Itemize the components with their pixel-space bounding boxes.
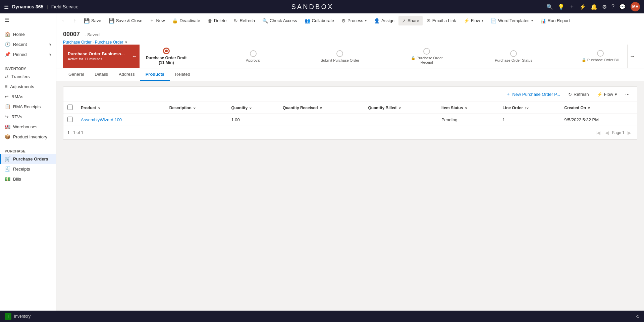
new-purchase-order-button[interactable]: ＋ New Purchase Order P... [502, 89, 564, 99]
receipts-icon: 🧾 [5, 166, 10, 172]
product-link[interactable]: AssemblyWizard 100 [81, 117, 122, 122]
sidebar-item-adjustments[interactable]: ≡ Adjustments [0, 81, 56, 91]
sidebar-item-purchase-orders[interactable]: 🛒 Purchase Orders [0, 154, 56, 164]
process-stage-0[interactable]: Purchase Order Draft (11 Min) [143, 48, 190, 65]
sidebar-item-label: Recent [13, 42, 27, 47]
col-description[interactable]: Description ∨ [165, 102, 227, 114]
avatar[interactable]: MH [631, 2, 640, 11]
select-all-header[interactable] [63, 102, 77, 114]
flow-button[interactable]: ⚡ Flow ▾ [460, 16, 487, 25]
refresh-label: Refresh [239, 18, 255, 23]
share-label: Share [408, 18, 419, 23]
cell-line-order: 1 [498, 114, 560, 126]
product-inventory-icon: 📦 [5, 134, 10, 139]
save-button[interactable]: 💾 Save [80, 16, 105, 25]
expand-icon[interactable]: ◇ [636, 314, 639, 319]
breadcrumb-link-2[interactable]: Purchase Order [95, 40, 123, 45]
refresh-button[interactable]: ↻ Refresh [230, 16, 258, 25]
col-item-status[interactable]: Item Status ∨ [437, 102, 498, 114]
run-report-icon: 📊 [540, 18, 546, 23]
tab-details[interactable]: Details [89, 68, 113, 81]
save-close-button[interactable]: 💾 Save & Close [105, 16, 146, 25]
process-stage-5[interactable]: 🔒 Purchase Order Bill [577, 50, 624, 62]
sidebar-item-pinned[interactable]: 📌 Pinned ∨ [0, 49, 56, 59]
breadcrumb-link-1[interactable]: Purchase Order [63, 40, 92, 45]
sidebar-item-bills[interactable]: 💵 Bills [0, 174, 56, 184]
new-button[interactable]: ＋ New [146, 16, 168, 26]
col-quantity-received[interactable]: Quantity Received ∨ [279, 102, 364, 114]
process-forward-arrow[interactable]: → [627, 45, 637, 68]
next-page-button[interactable]: ▶ [626, 129, 633, 136]
tab-address[interactable]: Address [113, 68, 140, 81]
process-stage-3[interactable]: 🔒 Purchase Order Receipt [403, 48, 450, 64]
sidebar-item-recent[interactable]: 🕐 Recent ∨ [0, 39, 56, 49]
process-stages: Purchase Order Draft (11 Min) Approval S… [140, 48, 627, 65]
check-access-button[interactable]: 🔍 Check Access [259, 16, 301, 25]
first-page-button[interactable]: |◀ [594, 129, 602, 136]
plus-icon[interactable]: ＋ [569, 3, 575, 10]
run-report-button[interactable]: 📊 Run Report [537, 16, 573, 25]
panel-more-button[interactable]: ⋯ [622, 90, 633, 99]
col-line-order[interactable]: Line Order ↑∨ [498, 102, 560, 114]
sidebar-item-rmas[interactable]: ↩ RMAs [0, 91, 56, 102]
sidebar-item-label: RMAs [11, 94, 23, 99]
sidebar-item-receipts[interactable]: 🧾 Receipts [0, 164, 56, 174]
col-product[interactable]: Product ∨ [77, 102, 165, 114]
process-stage-4[interactable]: Purchase Order Status [490, 50, 537, 62]
stage-circle-3 [423, 48, 430, 55]
record-header: 00007 - Saved Purchase Order · Purchase … [56, 28, 644, 68]
bell-icon[interactable]: 🔔 [591, 4, 597, 10]
assign-label: Assign [381, 18, 394, 23]
pagination: 1 - 1 of 1 |◀ ◀ Page 1 ▶ [63, 126, 637, 139]
lightbulb-icon[interactable]: 💡 [558, 4, 565, 10]
process-button[interactable]: ⚙ Process ▾ [338, 16, 370, 25]
sidebar-item-product-inventory[interactable]: 📦 Product Inventory [0, 132, 56, 142]
prev-page-button[interactable]: ◀ [603, 129, 610, 136]
word-templates-button[interactable]: 📄 Word Templates ▾ [487, 16, 536, 25]
tab-general[interactable]: General [63, 68, 89, 81]
collaborate-button[interactable]: 👥 Collaborate [301, 16, 338, 25]
sidebar-item-rtvs[interactable]: ↪ RTVs [0, 112, 56, 122]
col-created-on[interactable]: Created On ∨ [560, 102, 637, 114]
cell-product[interactable]: AssemblyWizard 100 [77, 114, 165, 126]
back-button[interactable]: ← [59, 16, 69, 26]
filter-icon[interactable]: ⚡ [579, 4, 586, 10]
chat-icon[interactable]: 💬 [619, 4, 626, 10]
panel-flow-button[interactable]: ⚡ Flow ▾ [594, 90, 621, 99]
select-all-checkbox[interactable] [67, 105, 73, 110]
active-stage-box[interactable]: Purchase Order Business... Active for 11… [63, 45, 129, 68]
tab-products[interactable]: Products [140, 68, 170, 81]
tab-related[interactable]: Related [170, 68, 196, 81]
delete-button[interactable]: 🗑 Delete [204, 16, 230, 25]
help-icon[interactable]: ? [611, 4, 614, 10]
products-table: Product ∨ Description ∨ Quantity ∨ Quant… [63, 102, 637, 126]
sidebar-item-warehouses[interactable]: 🏭 Warehouses [0, 122, 56, 132]
delete-label: Delete [214, 18, 227, 23]
sidebar-item-home[interactable]: 🏠 Home [0, 29, 56, 39]
process-bar: Purchase Order Business... Active for 11… [63, 45, 637, 68]
sidebar-item-rma-receipts[interactable]: 📋 RMA Receipts [0, 102, 56, 112]
row-checkbox-cell[interactable] [63, 114, 77, 126]
sidebar-item-transfers[interactable]: ⇄ Transfers [0, 71, 56, 81]
panel-toolbar: ＋ New Purchase Order P... ↻ Refresh ⚡ Fl… [63, 87, 637, 102]
process-back-arrow[interactable]: ← [129, 45, 140, 68]
process-stage-2[interactable]: Submit Purchase Order [316, 50, 363, 62]
col-quantity[interactable]: Quantity ∨ [227, 102, 278, 114]
forward-button[interactable]: ↑ [70, 16, 80, 26]
panel-flow-arrow-icon: ▾ [615, 92, 617, 97]
col-quantity-billed[interactable]: Quantity Billed ∨ [364, 102, 437, 114]
share-button[interactable]: ↗ Share [398, 16, 423, 25]
save-close-icon: 💾 [109, 18, 114, 23]
row-checkbox[interactable] [67, 117, 73, 122]
deactivate-button[interactable]: 🔒 Deactivate [169, 16, 203, 25]
settings-icon[interactable]: ⚙ [602, 4, 607, 10]
process-stage-1[interactable]: Approval [230, 50, 277, 62]
run-report-label: Run Report [548, 18, 570, 23]
search-icon[interactable]: 🔍 [546, 4, 553, 10]
hamburger-icon[interactable]: ☰ [4, 4, 9, 10]
breadcrumb-dropdown-icon[interactable]: ▾ [125, 40, 127, 45]
sidebar-hamburger[interactable]: ☰ [0, 13, 56, 26]
panel-refresh-button[interactable]: ↻ Refresh [565, 90, 592, 99]
assign-button[interactable]: 👤 Assign [371, 16, 398, 25]
email-link-button[interactable]: ✉ Email a Link [423, 16, 460, 25]
